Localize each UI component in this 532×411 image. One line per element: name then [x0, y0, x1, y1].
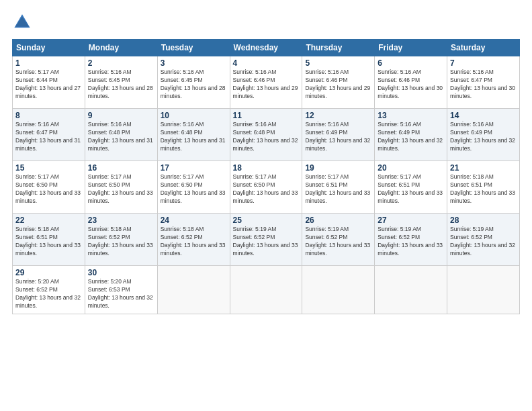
day-info: Sunrise: 5:16 AM Sunset: 6:48 PM Dayligh…	[233, 121, 300, 153]
day-info: Sunrise: 5:18 AM Sunset: 6:52 PM Dayligh…	[88, 226, 154, 258]
calendar-cell: 10 Sunrise: 5:16 AM Sunset: 6:48 PM Dayl…	[157, 109, 230, 161]
day-info: Sunrise: 5:19 AM Sunset: 6:52 PM Dayligh…	[305, 226, 371, 258]
calendar-cell: 4 Sunrise: 5:16 AM Sunset: 6:46 PM Dayli…	[230, 56, 302, 109]
calendar-cell	[447, 266, 520, 314]
calendar-cell: 19 Sunrise: 5:17 AM Sunset: 6:51 PM Dayl…	[302, 161, 375, 214]
day-number: 5	[305, 58, 371, 68]
calendar-cell	[230, 266, 302, 314]
day-info: Sunrise: 5:16 AM Sunset: 6:47 PM Dayligh…	[15, 121, 82, 153]
day-info: Sunrise: 5:18 AM Sunset: 6:51 PM Dayligh…	[450, 173, 517, 205]
weekday-header-sunday: Sunday	[13, 40, 85, 56]
day-info: Sunrise: 5:17 AM Sunset: 6:51 PM Dayligh…	[305, 173, 371, 205]
weekday-header-wednesday: Wednesday	[230, 40, 302, 56]
calendar-cell: 25 Sunrise: 5:19 AM Sunset: 6:52 PM Dayl…	[230, 214, 302, 266]
calendar-cell: 15 Sunrise: 5:17 AM Sunset: 6:50 PM Dayl…	[13, 161, 85, 214]
weekday-header-friday: Friday	[375, 40, 447, 56]
calendar-cell: 18 Sunrise: 5:17 AM Sunset: 6:50 PM Dayl…	[230, 161, 302, 214]
calendar-cell: 11 Sunrise: 5:16 AM Sunset: 6:48 PM Dayl…	[230, 109, 302, 161]
day-number: 1	[15, 58, 82, 68]
day-info: Sunrise: 5:17 AM Sunset: 6:51 PM Dayligh…	[378, 173, 444, 205]
day-info: Sunrise: 5:16 AM Sunset: 6:46 PM Dayligh…	[305, 68, 371, 101]
day-number: 14	[450, 111, 517, 120]
day-number: 30	[88, 268, 154, 277]
day-info: Sunrise: 5:16 AM Sunset: 6:48 PM Dayligh…	[88, 121, 154, 153]
day-info: Sunrise: 5:17 AM Sunset: 6:50 PM Dayligh…	[88, 173, 154, 205]
logo	[12, 12, 35, 32]
day-number: 3	[161, 58, 227, 68]
day-info: Sunrise: 5:16 AM Sunset: 6:49 PM Dayligh…	[378, 121, 444, 153]
day-number: 27	[378, 216, 444, 225]
day-info: Sunrise: 5:16 AM Sunset: 6:45 PM Dayligh…	[88, 68, 154, 101]
day-number: 7	[450, 58, 517, 68]
day-number: 10	[161, 111, 227, 120]
weekday-header-row: SundayMondayTuesdayWednesdayThursdayFrid…	[13, 40, 520, 56]
day-number: 20	[378, 163, 444, 173]
calendar-table: SundayMondayTuesdayWednesdayThursdayFrid…	[12, 39, 520, 314]
day-info: Sunrise: 5:20 AM Sunset: 6:52 PM Dayligh…	[15, 278, 82, 310]
calendar-cell: 27 Sunrise: 5:19 AM Sunset: 6:52 PM Dayl…	[375, 214, 447, 266]
weekday-header-monday: Monday	[85, 40, 157, 56]
day-number: 19	[305, 163, 371, 173]
calendar-cell: 5 Sunrise: 5:16 AM Sunset: 6:46 PM Dayli…	[302, 56, 375, 109]
logo-icon	[12, 12, 32, 32]
day-info: Sunrise: 5:16 AM Sunset: 6:45 PM Dayligh…	[161, 68, 227, 101]
header	[12, 12, 520, 32]
calendar-cell: 16 Sunrise: 5:17 AM Sunset: 6:50 PM Dayl…	[85, 161, 157, 214]
day-info: Sunrise: 5:16 AM Sunset: 6:47 PM Dayligh…	[450, 68, 517, 101]
calendar-cell: 13 Sunrise: 5:16 AM Sunset: 6:49 PM Dayl…	[375, 109, 447, 161]
calendar-cell	[302, 266, 375, 314]
calendar-cell: 7 Sunrise: 5:16 AM Sunset: 6:47 PM Dayli…	[447, 56, 520, 109]
day-info: Sunrise: 5:16 AM Sunset: 6:49 PM Dayligh…	[450, 121, 517, 153]
calendar-cell: 2 Sunrise: 5:16 AM Sunset: 6:45 PM Dayli…	[85, 56, 157, 109]
day-info: Sunrise: 5:17 AM Sunset: 6:50 PM Dayligh…	[233, 173, 300, 205]
day-number: 17	[161, 163, 227, 173]
calendar-cell: 26 Sunrise: 5:19 AM Sunset: 6:52 PM Dayl…	[302, 214, 375, 266]
calendar-cell: 6 Sunrise: 5:16 AM Sunset: 6:46 PM Dayli…	[375, 56, 447, 109]
day-number: 23	[88, 216, 154, 225]
page: SundayMondayTuesdayWednesdayThursdayFrid…	[0, 0, 532, 411]
day-info: Sunrise: 5:16 AM Sunset: 6:48 PM Dayligh…	[161, 121, 227, 153]
day-info: Sunrise: 5:19 AM Sunset: 6:52 PM Dayligh…	[233, 226, 300, 258]
day-number: 18	[233, 163, 300, 173]
calendar-cell: 14 Sunrise: 5:16 AM Sunset: 6:49 PM Dayl…	[447, 109, 520, 161]
day-number: 4	[233, 58, 300, 68]
day-info: Sunrise: 5:19 AM Sunset: 6:52 PM Dayligh…	[450, 226, 517, 258]
day-number: 2	[88, 58, 154, 68]
day-info: Sunrise: 5:17 AM Sunset: 6:50 PM Dayligh…	[15, 173, 82, 205]
day-number: 8	[15, 111, 82, 120]
calendar-cell: 8 Sunrise: 5:16 AM Sunset: 6:47 PM Dayli…	[13, 109, 85, 161]
calendar-cell: 22 Sunrise: 5:18 AM Sunset: 6:51 PM Dayl…	[13, 214, 85, 266]
weekday-header-tuesday: Tuesday	[157, 40, 230, 56]
day-number: 29	[15, 268, 82, 277]
calendar-cell: 1 Sunrise: 5:17 AM Sunset: 6:44 PM Dayli…	[13, 56, 85, 109]
calendar-cell	[375, 266, 447, 314]
calendar-cell: 24 Sunrise: 5:18 AM Sunset: 6:52 PM Dayl…	[157, 214, 230, 266]
day-number: 28	[450, 216, 517, 225]
day-info: Sunrise: 5:17 AM Sunset: 6:50 PM Dayligh…	[161, 173, 227, 205]
day-number: 6	[378, 58, 444, 68]
day-number: 13	[378, 111, 444, 120]
week-row-2: 8 Sunrise: 5:16 AM Sunset: 6:47 PM Dayli…	[13, 109, 520, 161]
weekday-header-thursday: Thursday	[302, 40, 375, 56]
day-number: 22	[15, 216, 82, 225]
day-info: Sunrise: 5:19 AM Sunset: 6:52 PM Dayligh…	[378, 226, 444, 258]
day-info: Sunrise: 5:16 AM Sunset: 6:46 PM Dayligh…	[378, 68, 444, 101]
day-number: 26	[305, 216, 371, 225]
day-info: Sunrise: 5:16 AM Sunset: 6:49 PM Dayligh…	[305, 121, 371, 153]
day-number: 15	[15, 163, 82, 173]
week-row-3: 15 Sunrise: 5:17 AM Sunset: 6:50 PM Dayl…	[13, 161, 520, 214]
weekday-header-saturday: Saturday	[447, 40, 520, 56]
day-number: 16	[88, 163, 154, 173]
day-info: Sunrise: 5:20 AM Sunset: 6:53 PM Dayligh…	[88, 278, 154, 310]
calendar-cell: 20 Sunrise: 5:17 AM Sunset: 6:51 PM Dayl…	[375, 161, 447, 214]
day-number: 12	[305, 111, 371, 120]
calendar-cell: 3 Sunrise: 5:16 AM Sunset: 6:45 PM Dayli…	[157, 56, 230, 109]
day-info: Sunrise: 5:17 AM Sunset: 6:44 PM Dayligh…	[15, 68, 82, 101]
day-number: 9	[88, 111, 154, 120]
day-number: 21	[450, 163, 517, 173]
calendar-cell: 29 Sunrise: 5:20 AM Sunset: 6:52 PM Dayl…	[13, 266, 85, 314]
day-number: 25	[233, 216, 300, 225]
calendar-cell: 12 Sunrise: 5:16 AM Sunset: 6:49 PM Dayl…	[302, 109, 375, 161]
week-row-1: 1 Sunrise: 5:17 AM Sunset: 6:44 PM Dayli…	[13, 56, 520, 109]
calendar-cell: 23 Sunrise: 5:18 AM Sunset: 6:52 PM Dayl…	[85, 214, 157, 266]
